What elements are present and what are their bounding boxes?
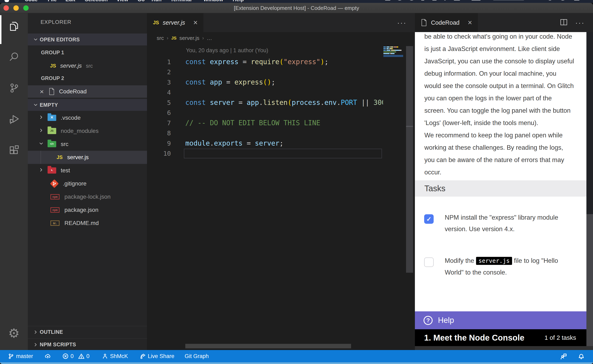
lesson-progress-bar[interactable]: 1. Meet the Node Console 1 of 2 tasks (415, 329, 586, 346)
settings-gear-icon[interactable]: ⚙ (0, 323, 28, 344)
search-icon[interactable] (0, 46, 28, 67)
panel-scrollbar-thumb[interactable] (586, 32, 593, 214)
tree-item-src[interactable]: </> src (28, 137, 147, 151)
breadcrumb-file[interactable]: server.js (179, 35, 199, 41)
menubar-status-icon[interactable] (421, 0, 424, 0)
breadcrumb-symbol[interactable]: … (207, 35, 212, 41)
npm-icon: npm (50, 194, 60, 200)
open-editor-name: CodeRoad (59, 88, 87, 95)
git-branch-item[interactable]: master (8, 353, 33, 359)
npm-scripts-section-header[interactable]: NPM SCRIPTS (28, 338, 147, 350)
tree-item-vscode[interactable]: ✕ .vscode (28, 111, 147, 124)
outline-section-header[interactable]: OUTLINE (28, 326, 147, 338)
menu-edit[interactable]: Edit (66, 0, 75, 2)
git-graph-item[interactable]: Git Graph (185, 353, 209, 359)
task2-checkbox[interactable] (424, 258, 434, 267)
activity-bar: ⚙ (0, 13, 28, 350)
menubar-status-icon[interactable] (548, 0, 552, 0)
line-number: 3 (147, 78, 171, 86)
code-line[interactable]: 9module.exports = server; (147, 138, 415, 149)
help-question-icon: ? (424, 316, 433, 325)
line-number: 2 (147, 68, 171, 76)
menubar-status-icon[interactable] (574, 0, 580, 0)
macos-menu-bar: Code File Edit Selection View Go Run Ter… (0, 0, 593, 3)
code-line[interactable]: 1const express = require("express"); (147, 57, 415, 67)
tab-label: server.js (163, 19, 185, 26)
menubar-status-icon[interactable] (409, 0, 414, 0)
menubar-status-icon[interactable] (397, 0, 402, 0)
code-line[interactable]: 8 (147, 128, 415, 138)
problems-item[interactable]: 0 0 (62, 353, 90, 359)
code-editor[interactable]: You, 20 days ago | 1 author (You) 1const… (147, 44, 415, 350)
notifications-bell-icon[interactable] (578, 353, 585, 360)
explorer-sidebar: EXPLORER OPEN EDITORS GROUP 1 JS server.… (28, 13, 147, 350)
more-actions-icon[interactable]: ··· (397, 19, 407, 27)
file-icon (48, 88, 55, 95)
tree-item-package-json[interactable]: npm package.json (28, 203, 147, 217)
cloud-upload-icon (45, 353, 51, 359)
breadcrumb-src[interactable]: src (157, 35, 164, 41)
menu-run[interactable]: Run (152, 0, 162, 2)
folder-section-header[interactable]: EMPTY (28, 99, 147, 111)
help-label: Help (438, 316, 454, 325)
sync-changes-item[interactable] (45, 353, 51, 359)
run-debug-icon[interactable] (0, 109, 28, 129)
window-title-bar[interactable]: [Extension Development Host] - CodeRoad … (0, 3, 593, 13)
tree-item-package-lock[interactable]: npm package-lock.json (28, 190, 147, 203)
vertical-scrollbar[interactable] (406, 46, 413, 273)
menubar-status-icon[interactable] (432, 0, 437, 0)
explorer-icon[interactable] (0, 16, 28, 37)
open-editor-serverjs[interactable]: JS server.js src (28, 60, 147, 72)
tree-item-readme[interactable]: M↓ README.md (28, 217, 147, 230)
menu-selection[interactable]: Selection (85, 0, 108, 2)
menu-go[interactable]: Go (138, 0, 145, 2)
menubar-siri-icon[interactable] (560, 0, 565, 0)
tree-item-label: package.json (64, 207, 98, 213)
help-bar[interactable]: ? Help (415, 311, 586, 329)
menu-file[interactable]: File (48, 0, 57, 2)
tab-coderoad[interactable]: CodeRoad × (415, 13, 478, 32)
code-line[interactable]: 7// -- DO NOT EDIT BELOW THIS LINE (147, 118, 415, 128)
menu-terminal[interactable]: Terminal (171, 0, 192, 2)
open-editors-section-header[interactable]: OPEN EDITORS (28, 33, 147, 46)
panel-bottom-strip (415, 346, 593, 350)
tree-item-test[interactable]: ⌁ test (28, 164, 147, 177)
tree-item-node-modules[interactable]: JS node_modules (28, 124, 147, 137)
close-icon[interactable]: × (193, 18, 198, 27)
horizontal-scrollbar[interactable] (185, 344, 351, 348)
minimap[interactable] (383, 46, 403, 100)
open-editor-coderoad[interactable]: × CodeRoad (28, 85, 147, 98)
menu-code[interactable]: Code (25, 0, 38, 2)
code-line[interactable]: 10 (147, 149, 415, 159)
live-share-item[interactable]: Live Share (140, 353, 174, 359)
panel-scrollbar-track[interactable] (586, 214, 593, 346)
task1-checkbox[interactable]: ✓ (424, 214, 434, 224)
menu-help[interactable]: Help (233, 0, 244, 2)
code-line[interactable]: 4 (147, 87, 415, 98)
menubar-status-icon[interactable] (385, 0, 390, 0)
source-control-icon[interactable] (0, 78, 28, 98)
code-line[interactable]: 2 (147, 67, 415, 77)
menubar-status-icon[interactable] (444, 0, 446, 0)
menu-view[interactable]: View (117, 0, 128, 2)
tree-item-gitignore[interactable]: .gitignore (28, 177, 147, 190)
menubar-status-icon[interactable] (454, 0, 460, 0)
vscode-folder-icon: ✕ (47, 115, 56, 121)
tasks-label: Tasks (424, 184, 445, 193)
more-actions-icon[interactable]: ··· (575, 19, 585, 27)
close-icon[interactable]: × (40, 88, 44, 95)
split-editor-icon[interactable] (560, 18, 568, 27)
account-item[interactable]: ShMcK (102, 353, 128, 359)
code-line[interactable]: 6 (147, 108, 415, 118)
code-line[interactable]: 5const server = app.listen(process.env.P… (147, 98, 415, 108)
menu-window[interactable]: Window (203, 0, 223, 2)
extensions-icon[interactable] (0, 140, 28, 161)
markdown-icon: M↓ (50, 221, 60, 226)
code-line[interactable]: 3const app = express(); (147, 77, 415, 87)
close-icon[interactable]: × (468, 18, 472, 27)
feedback-icon[interactable] (560, 353, 567, 360)
tree-item-serverjs[interactable]: JS server.js (28, 151, 147, 164)
apple-menu-icon[interactable] (5, 0, 9, 2)
chevron-right-icon (39, 128, 44, 135)
tab-serverjs[interactable]: JS server.js × (147, 13, 203, 32)
